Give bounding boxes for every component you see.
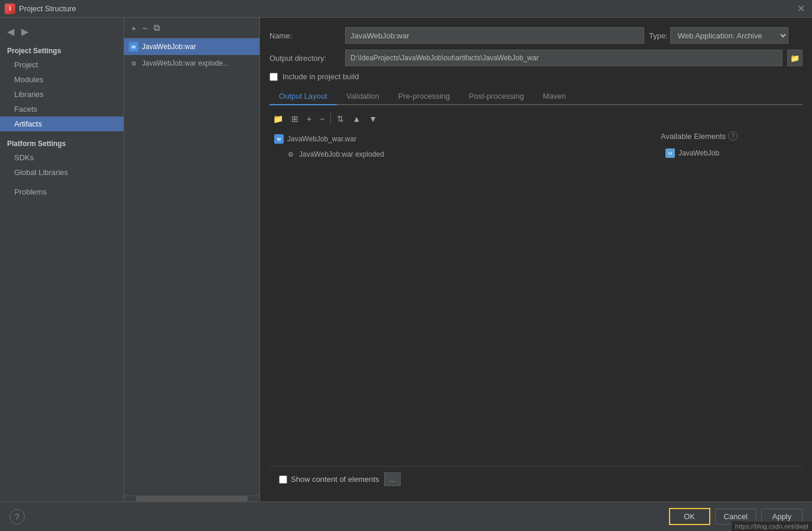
scrollbar-track [136,496,248,501]
sidebar: ◀ ▶ Project Settings Project Modules Lib… [0,18,124,501]
title-bar-left: I Project Structure [5,4,76,14]
add-artifact-button[interactable]: + [129,21,139,34]
name-row: Name: Type: Web Application: Archive [269,27,803,44]
footer-left: ? [9,509,25,524]
artifact-item-war[interactable]: W JavaWebJob:war [124,38,259,55]
exploded-icon: ⚙ [286,150,295,159]
forward-button[interactable]: ▶ [19,25,31,38]
available-item-javawebjob[interactable]: M JavaWebJob [661,145,803,161]
layout-add-folder-button[interactable]: 📁 [269,112,287,125]
tab-validation[interactable]: Validation [337,88,389,105]
module-icon: M [665,148,675,158]
tab-maven[interactable]: Maven [533,88,575,105]
include-build-row: Include in project build [269,72,803,81]
layout-tree: W JavaWebJob_war.war ⚙ JavaWebJob:war ex… [269,131,654,466]
type-wrapper: Type: Web Application: Archive [649,27,803,44]
platform-settings-header: Platform Settings [0,136,124,150]
toolbar-separator [330,113,331,125]
main-layout: ◀ ▶ Project Settings Project Modules Lib… [0,18,812,501]
show-content-row: Show content of elements [279,475,379,484]
war-icon: W [129,42,138,51]
content-area: + − ⧉ W JavaWebJob:war ⚙ JavaWebJob:war … [124,18,812,501]
available-elements-header: Available Elements ? [661,131,803,141]
layout-item-war[interactable]: W JavaWebJob_war.war [269,131,654,147]
available-elements-panel: Available Elements ? M JavaWebJob [661,131,803,466]
sidebar-divider [0,131,124,136]
show-content-label[interactable]: Show content of elements [291,475,379,484]
layout-content: W JavaWebJob_war.war ⚙ JavaWebJob:war ex… [269,131,803,466]
sidebar-item-sdks[interactable]: SDKs [0,150,124,165]
artifact-list-panel: + − ⧉ W JavaWebJob:war ⚙ JavaWebJob:war … [124,18,260,501]
help-button[interactable]: ? [9,509,25,524]
name-label: Name: [269,31,340,40]
layout-down-button[interactable]: ▼ [365,112,381,125]
ok-button[interactable]: OK [669,508,710,525]
layout-columns-button[interactable]: ⊞ [288,112,302,125]
sidebar-item-problems[interactable]: Problems [0,184,124,199]
project-settings-header: Project Settings [0,43,124,57]
available-elements-help-icon[interactable]: ? [728,131,738,141]
sidebar-divider-2 [0,180,124,184]
dots-button[interactable]: ... [384,472,401,486]
war-exploded-icon: ⚙ [129,59,138,68]
bottom-bar: Show content of elements ... [269,466,803,492]
layout-up-button[interactable]: ▲ [349,112,364,125]
window-title: Project Structure [19,4,76,13]
include-build-label[interactable]: Include in project build [282,72,359,81]
watermark: https://blog.csdn.net/dwjd [732,522,812,531]
layout-sort-button[interactable]: ⇅ [333,112,347,125]
title-bar: I Project Structure ✕ [0,0,812,18]
show-content-checkbox[interactable] [279,475,287,484]
artifact-toolbar: + − ⧉ [124,18,259,38]
type-select[interactable]: Web Application: Archive [670,27,788,44]
copy-artifact-button[interactable]: ⧉ [151,21,163,34]
nav-buttons: ◀ ▶ [0,22,124,43]
sidebar-item-project[interactable]: Project [0,57,124,72]
layout-remove-button[interactable]: − [316,112,328,125]
layout-add-button[interactable]: + [303,112,315,125]
layout-item-exploded[interactable]: ⚙ JavaWebJob:war exploded [269,147,654,162]
browse-folder-button[interactable]: 📁 [787,50,803,66]
scrollbar-area [124,496,259,501]
artifact-list: W JavaWebJob:war ⚙ JavaWebJob:war explod… [124,38,259,496]
sidebar-item-facets[interactable]: Facets [0,102,124,116]
tab-output-layout[interactable]: Output Layout [269,88,337,105]
name-input[interactable] [345,27,644,44]
type-label: Type: [649,31,668,40]
output-dir-input[interactable] [345,50,782,66]
tab-pre-processing[interactable]: Pre-processing [389,88,459,105]
include-build-checkbox[interactable] [269,73,278,81]
layout-toolbar: 📁 ⊞ + − ⇅ ▲ ▼ [269,110,803,128]
output-dir-row: Output directory: 📁 [269,50,803,66]
back-button[interactable]: ◀ [5,25,17,38]
close-button[interactable]: ✕ [795,3,807,15]
tabs-row: Output Layout Validation Pre-processing … [269,88,803,105]
tab-post-processing[interactable]: Post-processing [459,88,533,105]
output-dir-label: Output directory: [269,54,340,63]
app-icon: I [5,4,15,14]
artifact-item-exploded[interactable]: ⚙ JavaWebJob:war explode... [124,55,259,72]
war-file-icon: W [274,134,284,144]
detail-panel: Name: Type: Web Application: Archive Out… [260,18,812,501]
sidebar-item-global-libraries[interactable]: Global Libraries [0,165,124,180]
sidebar-item-libraries[interactable]: Libraries [0,87,124,102]
remove-artifact-button[interactable]: − [140,21,150,34]
sidebar-item-artifacts[interactable]: Artifacts [0,116,124,131]
dialog-footer: ? OK Cancel Apply [0,501,812,531]
sidebar-item-modules[interactable]: Modules [0,72,124,87]
